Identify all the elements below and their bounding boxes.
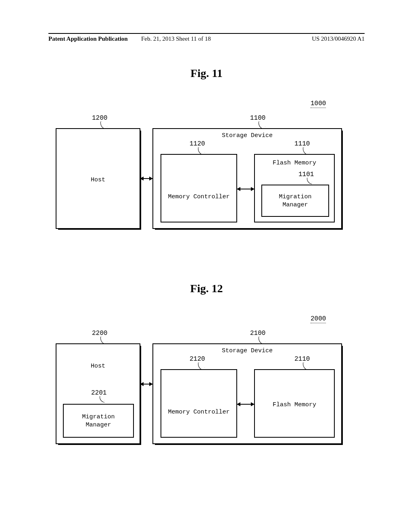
- memory-controller-box: Memory Controller: [161, 369, 237, 438]
- flash-label: Flash Memory: [255, 401, 334, 408]
- bus-arrow-icon: [237, 189, 254, 189]
- memctrl-label: Memory Controller: [161, 409, 236, 416]
- memctrl-ref-2120: 2120: [190, 355, 205, 363]
- memory-controller-box: Memory Controller: [161, 154, 237, 222]
- bus-arrow-icon: [237, 404, 254, 405]
- storage-label: Storage Device: [153, 132, 341, 139]
- storage-ref-1100: 1100: [250, 114, 265, 122]
- figure-12-title: Fig. 12: [0, 282, 413, 295]
- mig-label-l1: Migration: [64, 414, 133, 420]
- header-left: Patent Application Publication: [48, 35, 128, 42]
- flash-memory-box: Flash Memory 1101 Migration Manager: [254, 154, 335, 222]
- memctrl-label: Memory Controller: [161, 193, 236, 200]
- migration-manager-box: Migration Manager: [63, 404, 134, 438]
- header-mid: Feb. 21, 2013 Sheet 11 of 18: [141, 35, 211, 42]
- flash-ref-2110: 2110: [294, 355, 310, 363]
- mig-label-l2: Manager: [262, 202, 328, 208]
- figure-11-title: Fig. 11: [0, 67, 413, 80]
- migration-manager-box: Migration Manager: [261, 185, 329, 217]
- flash-label: Flash Memory: [255, 160, 334, 166]
- lead-line: [99, 396, 105, 403]
- flash-memory-box: Flash Memory: [254, 369, 335, 438]
- host-ref-2200: 2200: [92, 330, 107, 337]
- figure-12-diagram: 2000 2200 Host 2201 Migration Manager 21…: [48, 308, 365, 453]
- header-right: US 2013/0046920 A1: [312, 35, 365, 42]
- storage-ref-2100: 2100: [250, 330, 265, 337]
- mig-label-l2: Manager: [64, 422, 133, 428]
- mig-ref-1101: 1101: [298, 171, 314, 178]
- host-box: Host 2201 Migration Manager: [56, 343, 140, 444]
- host-label: Host: [56, 363, 140, 370]
- figure-11-diagram: 1000 1200 Host 1100 Storage Device 1120 …: [48, 93, 365, 238]
- storage-label: Storage Device: [153, 347, 341, 354]
- bus-arrow-icon: [140, 178, 152, 179]
- lead-line: [306, 178, 313, 184]
- host-box: Host: [56, 128, 140, 229]
- system-ref-2000: 2000: [311, 315, 326, 323]
- storage-device-box: Storage Device 2120 Memory Controller 21…: [152, 343, 342, 444]
- header-rule: [48, 33, 365, 34]
- host-label: Host: [56, 177, 140, 183]
- bus-arrow-icon: [140, 384, 152, 384]
- mig-ref-2201: 2201: [91, 389, 106, 397]
- host-ref-1200: 1200: [92, 114, 107, 122]
- storage-device-box: Storage Device 1120 Memory Controller 11…: [152, 128, 342, 229]
- flash-ref-1110: 1110: [294, 140, 310, 148]
- system-ref-1000: 1000: [311, 100, 326, 108]
- mig-label-l1: Migration: [262, 193, 328, 200]
- memctrl-ref-1120: 1120: [190, 140, 205, 148]
